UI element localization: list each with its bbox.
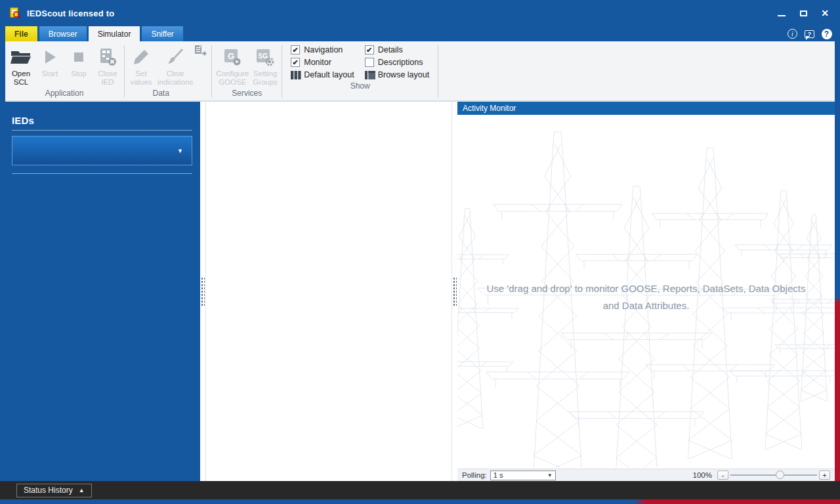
group-label-data: Data — [127, 87, 195, 100]
ribbon-group-application: Open SCL Start Stop — [7, 41, 122, 100]
document-export-icon — [194, 45, 207, 56]
window-title: IEDScout licensed to — [27, 9, 114, 18]
ribbon-group-services: G Configure GOOSE SG Setting Groups — [214, 41, 280, 100]
chevron-down-icon: ▼ — [177, 148, 183, 154]
descriptions-label: Descriptions — [378, 58, 423, 67]
polling-label: Polling: — [462, 471, 487, 479]
open-folder-icon — [10, 49, 32, 66]
ribbon-divider — [438, 45, 438, 98]
navigation-checkbox[interactable]: ✔ Navigation — [291, 45, 354, 54]
ied-dropdown[interactable]: ▼ — [12, 136, 192, 165]
navigation-panel — [205, 102, 452, 481]
clear-indications-label: Clear indications — [158, 70, 193, 87]
minimize-button[interactable] — [774, 7, 789, 20]
tab-browser[interactable]: Browser — [39, 26, 87, 41]
data-dialog-launcher[interactable] — [194, 45, 207, 59]
info-button[interactable]: i — [787, 28, 798, 39]
pencil-icon — [133, 49, 150, 66]
svg-text:G: G — [228, 51, 234, 61]
minimize-icon — [778, 15, 786, 16]
close-icon: ✕ — [821, 9, 829, 18]
zoom-in-button[interactable]: + — [819, 471, 830, 480]
stop-button[interactable]: Stop — [64, 45, 93, 78]
monitor-checkbox[interactable]: ✔ Monitor — [291, 58, 354, 67]
ribbon-divider — [124, 45, 125, 98]
feedback-button[interactable]: ? — [804, 28, 815, 39]
app-window: IEDScout licensed to ✕ File Browser Simu… — [0, 0, 840, 504]
ribbon-group-show: ✔ Navigation ✔ Details ✔ Monitor Descrip… — [284, 41, 436, 100]
maximize-button[interactable] — [796, 7, 810, 20]
stop-icon — [73, 51, 85, 63]
ieds-sidebar: IEDs ▼ — [5, 102, 200, 481]
activity-monitor-toolbar: Polling: 1 s ▼ 100% - + — [457, 469, 835, 481]
window-border-bottom — [0, 499, 840, 504]
sidebar-divider — [12, 130, 192, 131]
stop-label: Stop — [71, 70, 87, 78]
setting-groups-icon: SG — [255, 48, 275, 66]
ribbon: Open SCL Start Stop — [5, 41, 835, 102]
start-button[interactable]: Start — [35, 45, 64, 78]
tab-file[interactable]: File — [5, 26, 37, 41]
tab-simulator[interactable]: Simulator — [89, 26, 140, 41]
checkbox-checked-icon: ✔ — [365, 45, 374, 54]
splitter-right[interactable] — [452, 102, 457, 481]
set-values-label: Set values — [130, 70, 152, 87]
setting-groups-button[interactable]: SG Setting Groups — [251, 45, 280, 87]
configure-goose-icon: G — [223, 48, 242, 66]
ribbon-group-data: Set values Clear indications Data — [127, 41, 209, 100]
default-layout-label: Default layout — [304, 70, 354, 79]
drag-drop-hint: Use 'drag and drop' to monitor GOOSE, Re… — [481, 280, 811, 315]
title-bar: IEDScout licensed to ✕ — [0, 0, 840, 26]
svg-text:SG: SG — [259, 52, 268, 60]
sidebar-divider — [12, 173, 192, 174]
polling-select[interactable]: 1 s ▼ — [490, 471, 556, 480]
open-scl-button[interactable]: Open SCL — [7, 45, 35, 87]
group-label-services: Services — [214, 87, 280, 100]
activity-monitor-title: Activity Monitor — [457, 102, 835, 115]
zoom-percent: 100% — [693, 471, 712, 479]
window-border-left — [0, 0, 5, 504]
open-scl-label: Open SCL — [12, 70, 30, 87]
checkbox-unchecked-icon — [365, 58, 374, 67]
splitter-left[interactable] — [200, 102, 205, 481]
maximize-icon — [800, 10, 807, 16]
checkbox-checked-icon: ✔ — [291, 58, 300, 67]
details-checkbox[interactable]: ✔ Details — [365, 45, 430, 54]
start-play-icon — [42, 49, 58, 65]
status-bar: Status History ▲ — [0, 481, 840, 499]
app-icon — [9, 7, 21, 19]
ribbon-divider — [282, 45, 282, 98]
window-border-right — [835, 0, 840, 504]
default-layout-button[interactable]: Default layout — [291, 70, 354, 79]
browse-layout-button[interactable]: Browse layout — [365, 70, 430, 79]
slider-thumb[interactable] — [776, 471, 784, 479]
browse-layout-icon — [365, 71, 375, 79]
checkbox-checked-icon: ✔ — [291, 45, 300, 54]
ieds-heading: IEDs — [12, 115, 192, 126]
close-ied-icon — [98, 48, 117, 66]
help-button[interactable]: ? — [821, 28, 832, 39]
clear-indications-button[interactable]: Clear indications — [156, 45, 195, 87]
activity-monitor-body: Use 'drag and drop' to monitor GOOSE, Re… — [457, 115, 835, 469]
zoom-out-button[interactable]: - — [717, 471, 728, 480]
slider-track — [730, 474, 817, 476]
ribbon-tab-row: File Browser Simulator Sniffer i ? ? — [5, 26, 835, 41]
browse-layout-label: Browse layout — [378, 70, 430, 79]
zoom-slider[interactable] — [730, 471, 817, 480]
close-ied-button[interactable]: Close IED — [93, 45, 122, 87]
brush-icon — [166, 48, 184, 66]
chevron-down-icon: ▼ — [547, 472, 553, 478]
tab-sniffer[interactable]: Sniffer — [142, 26, 182, 41]
status-history-label: Status History — [24, 486, 73, 495]
configure-goose-label: Configure GOOSE — [216, 70, 249, 87]
close-button[interactable]: ✕ — [818, 7, 832, 20]
info-icon: i — [788, 29, 797, 39]
status-history-button[interactable]: Status History ▲ — [16, 484, 92, 497]
splitter-grip-icon — [453, 277, 457, 306]
configure-goose-button[interactable]: G Configure GOOSE — [214, 45, 251, 87]
set-values-button[interactable]: Set values — [127, 45, 156, 87]
feedback-icon: ? — [805, 30, 814, 38]
polling-value: 1 s — [494, 471, 503, 479]
details-label: Details — [378, 45, 403, 54]
descriptions-checkbox[interactable]: Descriptions — [365, 58, 430, 67]
